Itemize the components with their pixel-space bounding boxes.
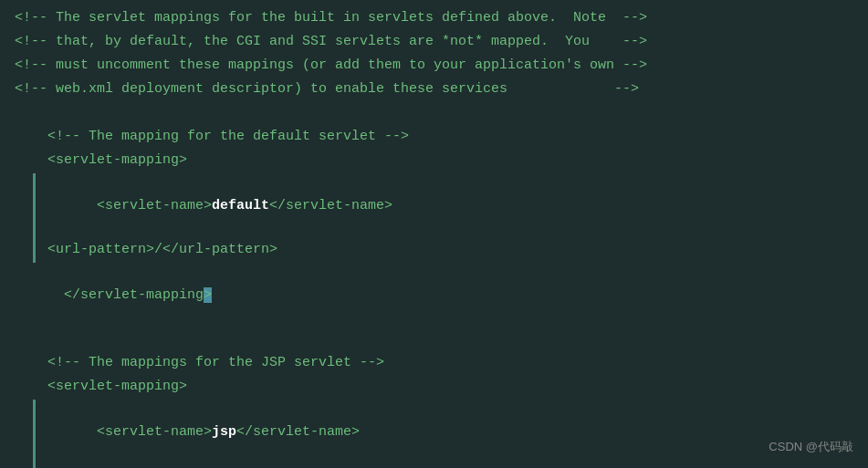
code-line-14: <servlet-name>jsp</servlet-name> (0, 400, 868, 465)
code-line-10: </servlet-mapping> (0, 263, 868, 328)
comment-1: <!-- The servlet mappings for the built … (15, 7, 647, 29)
comment-4: <!-- web.xml deployment descriptor) to e… (15, 78, 639, 100)
tag-servlet-mapping-open-2: <servlet-mapping> (15, 376, 187, 398)
code-line-1: <!-- The servlet mappings for the built … (0, 7, 868, 31)
empty-line-2 (0, 328, 868, 352)
tag-url-pattern-slash: <url-pattern>/</url-pattern> (15, 239, 277, 261)
watermark: CSDN @代码敲 (769, 438, 853, 457)
empty-line-1 (0, 102, 868, 126)
tag-servlet-name-jsp: <servlet-name>jsp</servlet-name> (15, 400, 360, 465)
code-line-12: <!-- The mappings for the JSP servlet --… (0, 352, 868, 376)
code-editor: <!-- The servlet mappings for the built … (0, 0, 868, 468)
code-line-7: <servlet-mapping> (0, 150, 868, 173)
tag-servlet-mapping-close-1: </servlet-mapping> (15, 263, 212, 328)
tag-servlet-name-default: <servlet-name>default</servlet-name> (15, 173, 392, 239)
code-line-8: <servlet-name>default</servlet-name> (0, 173, 868, 239)
code-line-2: <!-- that, by default, the CGI and SSI s… (0, 31, 868, 55)
comment-2: <!-- that, by default, the CGI and SSI s… (15, 31, 647, 53)
code-line-13: <servlet-mapping> (0, 376, 868, 400)
comment-5: <!-- The mapping for the default servlet… (15, 126, 409, 148)
comment-6: <!-- The mappings for the JSP servlet --… (15, 352, 384, 374)
code-line-6: <!-- The mapping for the default servlet… (0, 126, 868, 150)
code-line-9: <url-pattern>/</url-pattern> (0, 239, 868, 263)
code-line-4: <!-- web.xml deployment descriptor) to e… (0, 78, 868, 102)
code-line-3: <!-- must uncomment these mappings (or a… (0, 55, 868, 78)
tag-servlet-mapping-open-1: <servlet-mapping> (15, 150, 187, 172)
comment-3: <!-- must uncomment these mappings (or a… (15, 55, 647, 77)
